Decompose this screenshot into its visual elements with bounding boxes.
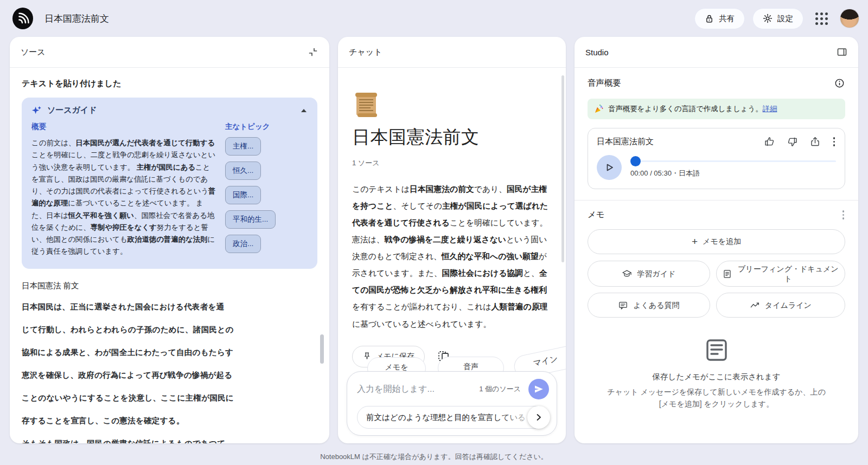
- collapse-panel-icon[interactable]: [308, 47, 318, 57]
- sources-scrollbar[interactable]: [320, 334, 324, 364]
- topic-chip[interactable]: 主権...: [225, 137, 261, 156]
- settings-label: 設定: [777, 14, 793, 24]
- banner-details-link[interactable]: 詳細: [763, 105, 777, 113]
- settings-button[interactable]: 設定: [752, 8, 803, 29]
- source-guide-title: ソースガイド: [47, 105, 295, 115]
- chat-panel-body: 日本国憲法前文 1 ソース このテキストは日本国憲法の前文であり、国民が主権を持…: [338, 68, 566, 443]
- chat-input-source-count: 1 個のソース: [479, 384, 521, 394]
- chat-doc-title: 日本国憲法前文: [352, 125, 552, 150]
- send-icon: [534, 384, 544, 394]
- notes-more-icon[interactable]: [841, 209, 846, 221]
- lock-icon: [705, 14, 714, 23]
- saved-notes-icon: [704, 337, 730, 363]
- notebook-title: 日本国憲法前文: [44, 12, 109, 25]
- briefing-doc-icon: [722, 269, 732, 279]
- timeline-button[interactable]: タイムライン: [716, 293, 845, 318]
- scroll-emoji-icon: [352, 91, 380, 119]
- add-note-button[interactable]: + メモを追加: [588, 229, 845, 254]
- chat-scrollbar[interactable]: [561, 75, 564, 262]
- side-panel-icon[interactable]: [837, 47, 847, 57]
- gear-icon: [763, 14, 773, 23]
- chat-input-zone: メモを 音声 マイン 入力を開始します... 1 個のソース: [347, 371, 557, 436]
- chevron-up-icon[interactable]: [300, 107, 308, 114]
- source-document-title: 日本国憲法 前文: [22, 281, 317, 291]
- chat-input[interactable]: 入力を開始します...: [357, 384, 479, 395]
- notes-empty-state: 保存したメモがここに表示されます チャット メッセージを保存して新しいメモを作成…: [588, 337, 845, 410]
- pin-icon: [362, 352, 372, 361]
- graduation-cap-icon: [622, 269, 632, 279]
- share-label: 共有: [719, 14, 735, 24]
- next-suggestion-button[interactable]: [527, 406, 550, 429]
- thumb-up-icon[interactable]: [764, 136, 775, 147]
- avatar[interactable]: [840, 9, 859, 28]
- audio-progress-track[interactable]: [630, 160, 836, 162]
- language-banner: 音声概要をより多くの言語で作成しましょう。詳細: [588, 99, 845, 119]
- source-guide-card: ソースガイド 概要 この前文は、日本国民が選んだ代表者を通じて行動することを明確…: [22, 98, 317, 269]
- audio-progress-handle[interactable]: [630, 156, 641, 166]
- play-button[interactable]: [597, 155, 622, 180]
- send-button[interactable]: [528, 379, 549, 399]
- source-document-line: じて行動し、われらとわれらの子孫のために、諸国民との: [22, 325, 317, 335]
- notes-empty-line1: 保存したメモがここに表示されます: [588, 372, 845, 382]
- source-document-line: ことのないやうにすることを決意し、ここに主権が国民に: [22, 393, 317, 403]
- language-banner-text: 音声概要をより多くの言語で作成しましょう。詳細: [608, 104, 777, 114]
- sources-panel-title: ソース: [21, 47, 46, 57]
- chat-input-box: 入力を開始します... 1 個のソース 前文はどのような理想と目的を宣言している: [347, 371, 557, 436]
- info-icon[interactable]: [834, 78, 845, 89]
- source-status-text: テキストを貼り付けました: [22, 79, 317, 89]
- notebooklm-app: 日本国憲法前文 共有: [0, 0, 868, 465]
- google-apps-icon[interactable]: [815, 12, 828, 25]
- chat-panel-title: チャット: [349, 47, 382, 57]
- studio-panel: Studio 音声概要: [575, 37, 858, 443]
- source-document-line: 協和による成果と、わが国全土にわたって自由のもたらす: [22, 347, 317, 358]
- notes-section-title: メモ: [588, 209, 605, 221]
- faq-button[interactable]: よくある質問: [588, 293, 710, 318]
- faq-icon: [618, 300, 628, 311]
- source-document: 日本国憲法 前文 日本国民は、正当に選挙された国会における代表者を通 じて行動し…: [22, 281, 317, 443]
- top-bar-actions: 共有 設定: [694, 8, 859, 29]
- chat-panel-header: チャット: [338, 37, 566, 68]
- study-guide-label: 学習ガイド: [637, 269, 675, 279]
- timeline-icon: [750, 300, 760, 311]
- share-button[interactable]: 共有: [694, 8, 745, 29]
- audio-track-title: 日本国憲法前文: [597, 137, 764, 147]
- chat-summary-text: このテキストは日本国憲法の前文であり、国民が主権を持つこと、そしてその主権が国民…: [352, 181, 552, 333]
- studio-divider: [575, 200, 858, 201]
- thumb-down-icon[interactable]: [787, 136, 798, 147]
- chat-panel: チャット 日本国憲法前文 1 ソース このテキストは日本国憲法の前文であり、国民…: [338, 37, 566, 443]
- disclaimer-text: NotebookLM は不正確な場合があります。回答は再確認してください。: [0, 452, 868, 462]
- topic-chip[interactable]: 国際...: [225, 186, 261, 204]
- share-audio-icon[interactable]: [809, 136, 821, 147]
- source-document-line: 存することを宣言し、この憲法を確定する。: [22, 416, 317, 426]
- studio-panel-header: Studio: [575, 37, 858, 68]
- study-guide-button[interactable]: 学習ガイド: [588, 261, 710, 287]
- briefing-doc-label: ブリーフィング・ドキュメント: [737, 264, 839, 283]
- sources-panel: ソース テキストを貼り付けました ソースガイド: [10, 37, 329, 443]
- party-popper-icon: [594, 104, 604, 114]
- studio-panel-body: 音声概要: [575, 68, 858, 443]
- source-document-line: 日本国民は、正当に選挙された国会における代表者を通: [22, 302, 317, 312]
- faq-label: よくある質問: [633, 300, 679, 310]
- topic-chip[interactable]: 平和的生...: [225, 210, 276, 229]
- top-bar: 日本国憲法前文 共有: [0, 0, 868, 37]
- add-note-label: メモを追加: [703, 237, 741, 247]
- topic-chip[interactable]: 恒久...: [225, 162, 261, 180]
- plus-icon: +: [692, 236, 698, 248]
- notebooklm-logo-icon[interactable]: [12, 8, 34, 29]
- sources-panel-body: テキストを貼り付けました ソースガイド: [10, 68, 329, 443]
- chevron-right-icon: [534, 413, 543, 422]
- suggested-question-chip[interactable]: 前文はどのような理想と目的を宣言している: [357, 406, 549, 429]
- notes-empty-line2: チャット メッセージを保存して新しいメモを作成するか、上の: [588, 386, 845, 398]
- guide-topics-heading: 主なトピック: [225, 122, 308, 132]
- audio-more-icon[interactable]: [832, 136, 837, 147]
- play-icon: [604, 162, 615, 173]
- chat-source-count: 1 ソース: [352, 158, 552, 168]
- timeline-label: タイムライン: [765, 300, 812, 310]
- guide-summary-heading: 概要: [31, 122, 216, 132]
- sources-panel-header: ソース: [10, 37, 329, 68]
- audio-player-card: 日本国憲法前文: [588, 128, 845, 189]
- sparkle-icon: [31, 105, 42, 115]
- audio-time-label: 00:00 / 05:30・日本語: [630, 169, 836, 178]
- topic-chip[interactable]: 政治...: [225, 235, 261, 253]
- briefing-doc-button[interactable]: ブリーフィング・ドキュメント: [716, 261, 845, 287]
